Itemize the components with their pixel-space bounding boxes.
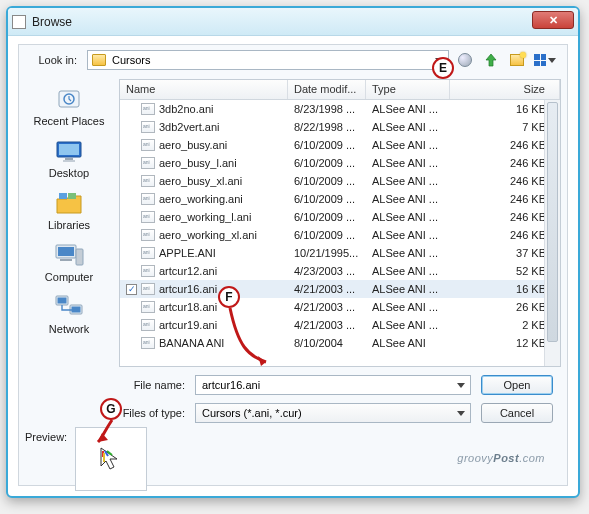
file-date: 6/10/2009 ... [288,175,366,187]
desktop-icon [53,137,85,165]
file-name: artcur19.ani [159,319,217,331]
file-row[interactable]: artcur19.ani4/21/2003 ...ALSee ANI ...2 … [120,316,560,334]
file-type: ALSee ANI [366,337,450,349]
new-folder-button[interactable] [507,50,527,70]
file-name: artcur16.ani [159,283,217,295]
window-title: Browse [32,15,72,29]
file-date: 8/10/2004 [288,337,366,349]
file-row[interactable]: aero_busy_l.ani6/10/2009 ...ALSee ANI ..… [120,154,560,172]
file-icon [141,247,155,259]
svg-rect-7 [68,193,76,199]
file-icon [141,283,155,295]
place-label: Network [49,323,89,335]
file-type: ALSee ANI ... [366,265,450,277]
chevron-down-icon [548,58,556,63]
place-computer[interactable]: Computer [27,239,111,289]
up-one-level-button[interactable] [481,50,501,70]
svg-rect-3 [59,144,79,155]
titlebar[interactable]: Browse ✕ [8,8,578,36]
place-desktop[interactable]: Desktop [27,135,111,185]
filename-label: File name: [119,379,185,391]
dialog-body: Look in: Cursors [18,44,568,486]
cancel-button[interactable]: Cancel [481,403,553,423]
file-icon [141,121,155,133]
file-date: 6/10/2009 ... [288,211,366,223]
look-in-combo[interactable]: Cursors [87,50,449,70]
file-row[interactable]: artcur18.ani4/21/2003 ...ALSee ANI ...26… [120,298,560,316]
recent-places-icon [53,85,85,113]
file-icon [141,139,155,151]
file-type: ALSee ANI ... [366,301,450,313]
folder-icon [92,54,106,66]
file-list-header[interactable]: Name Date modif... Type Size [120,80,560,100]
place-libraries[interactable]: Libraries [27,187,111,237]
file-type: ALSee ANI ... [366,283,450,295]
file-row[interactable]: 3db2vert.ani8/22/1998 ...ALSee ANI ...7 … [120,118,560,136]
file-date: 8/23/1998 ... [288,103,366,115]
file-name: APPLE.ANI [159,247,216,259]
file-icon [141,229,155,241]
file-date: 8/22/1998 ... [288,121,366,133]
file-row[interactable]: ✓artcur16.ani4/21/2003 ...ALSee ANI ...1… [120,280,560,298]
filename-input[interactable]: artcur16.ani [195,375,471,395]
computer-icon [53,241,85,269]
places-bar: Recent Places Desktop Libraries Computer [23,79,115,325]
file-type: ALSee ANI ... [366,211,450,223]
file-row[interactable]: BANANA ANI8/10/2004ALSee ANI12 KB [120,334,560,352]
column-name[interactable]: Name [120,80,288,99]
place-network[interactable]: Network [27,291,111,341]
checkbox-icon[interactable]: ✓ [126,284,137,295]
column-size[interactable]: Size [450,80,560,99]
network-icon [53,293,85,321]
file-row[interactable]: 3db2no.ani8/23/1998 ...ALSee ANI ...16 K… [120,100,560,118]
file-row[interactable]: aero_busy.ani6/10/2009 ...ALSee ANI ...2… [120,136,560,154]
file-date: 10/21/1995... [288,247,366,259]
column-date[interactable]: Date modif... [288,80,366,99]
file-name: artcur18.ani [159,301,217,313]
file-row[interactable]: aero_working.ani6/10/2009 ...ALSee ANI .… [120,190,560,208]
scrollbar-thumb[interactable] [547,102,558,342]
open-button[interactable]: Open [481,375,553,395]
view-menu-button[interactable] [531,50,559,70]
file-list[interactable]: Name Date modif... Type Size 3db2no.ani8… [119,79,561,367]
file-name: aero_working.ani [159,193,243,205]
column-type[interactable]: Type [366,80,450,99]
file-icon [141,301,155,313]
file-date: 4/21/2003 ... [288,283,366,295]
close-button[interactable]: ✕ [532,11,574,29]
svg-rect-11 [60,259,72,261]
filetype-row: Files of type: Cursors (*.ani, *.cur) Ca… [119,403,553,423]
file-row[interactable]: aero_working_l.ani6/10/2009 ...ALSee ANI… [120,208,560,226]
file-date: 6/10/2009 ... [288,229,366,241]
file-type: ALSee ANI ... [366,121,450,133]
filetype-combo[interactable]: Cursors (*.ani, *.cur) [195,403,471,423]
look-in-label: Look in: [27,54,83,66]
place-recent[interactable]: Recent Places [27,83,111,133]
file-type: ALSee ANI ... [366,229,450,241]
preview-label: Preview: [25,431,67,443]
file-icon [141,265,155,277]
chevron-down-icon[interactable] [454,406,468,420]
file-icon [141,103,155,115]
file-row[interactable]: APPLE.ANI10/21/1995...ALSee ANI ...37 KB [120,244,560,262]
file-name: aero_busy.ani [159,139,227,151]
file-row[interactable]: artcur12.ani4/23/2003 ...ALSee ANI ...52… [120,262,560,280]
file-type: ALSee ANI ... [366,157,450,169]
file-name: 3db2no.ani [159,103,213,115]
file-icon [141,337,155,349]
file-rows: 3db2no.ani8/23/1998 ...ALSee ANI ...16 K… [120,100,560,366]
place-label: Libraries [48,219,90,231]
file-date: 4/21/2003 ... [288,319,366,331]
file-type: ALSee ANI ... [366,319,450,331]
scrollbar[interactable] [544,100,560,366]
file-row[interactable]: aero_working_xl.ani6/10/2009 ...ALSee AN… [120,226,560,244]
watermark: groovyPost.com [457,446,545,467]
back-icon [458,53,472,67]
file-date: 6/10/2009 ... [288,139,366,151]
place-label: Computer [45,271,93,283]
file-row[interactable]: aero_busy_xl.ani6/10/2009 ...ALSee ANI .… [120,172,560,190]
close-icon: ✕ [549,14,558,27]
chevron-down-icon[interactable] [454,378,468,392]
back-button[interactable] [455,50,475,70]
file-name: artcur12.ani [159,265,217,277]
